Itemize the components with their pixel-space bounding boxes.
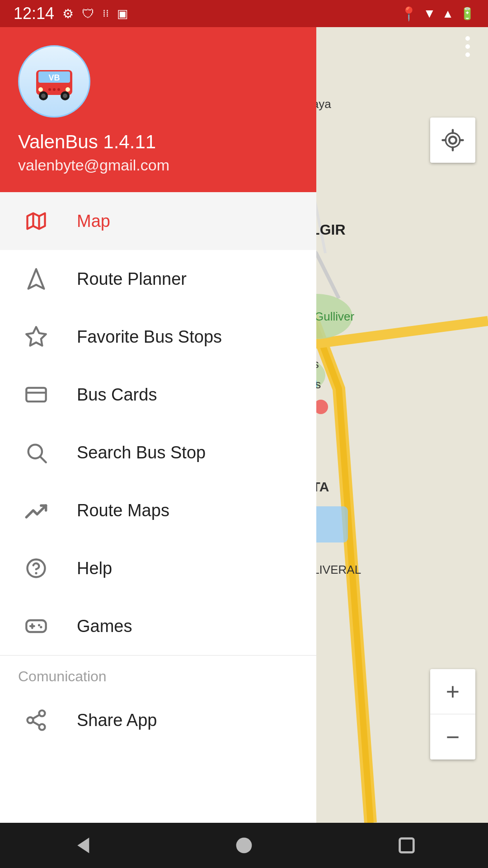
battery-status-icon: 🔋 xyxy=(460,7,474,21)
svg-rect-25 xyxy=(26,388,46,401)
bus-logo-icon: VB xyxy=(27,54,81,108)
svg-point-15 xyxy=(41,94,46,98)
signal-status-icon: ▲ xyxy=(442,7,454,21)
sidebar-item-route-planner[interactable]: Route Planner xyxy=(0,250,316,308)
svg-rect-43 xyxy=(400,839,414,853)
svg-point-42 xyxy=(236,838,252,854)
svg-point-10 xyxy=(446,133,460,147)
sim-status-icon: ▣ xyxy=(117,7,128,21)
sidebar-item-route-maps[interactable]: Route Maps xyxy=(0,481,316,539)
home-icon xyxy=(232,834,256,857)
home-button[interactable] xyxy=(226,827,262,863)
more-options-button[interactable] xyxy=(461,32,474,61)
svg-marker-24 xyxy=(26,327,46,345)
status-left: 12:14 ⚙ 🛡 ⁞⁞ ▣ xyxy=(14,4,128,23)
map-label: Map xyxy=(77,212,110,231)
share-icon xyxy=(18,702,54,738)
svg-point-18 xyxy=(38,87,43,92)
svg-point-36 xyxy=(39,710,45,716)
games-label: Games xyxy=(77,617,132,636)
svg-point-22 xyxy=(57,88,60,91)
dots-status-icon: ⁞⁞ xyxy=(103,8,109,19)
dot2 xyxy=(465,44,470,49)
gamepad-icon xyxy=(18,608,54,644)
zoom-in-button[interactable]: + xyxy=(430,669,475,714)
favorite-bus-stops-label: Favorite Bus Stops xyxy=(77,327,222,347)
map-icon xyxy=(18,203,54,239)
sidebar-item-share-app[interactable]: Share App xyxy=(0,691,316,749)
route-maps-label: Route Maps xyxy=(77,501,169,520)
svg-point-34 xyxy=(38,624,40,626)
location-icon xyxy=(441,128,465,152)
comunication-section-label: Comunication xyxy=(0,656,316,691)
navigation-drawer: VB ValenBus 1.4.11 valenbyte@gmail.com xyxy=(0,27,316,823)
search-icon xyxy=(18,434,54,471)
recent-icon xyxy=(396,835,417,856)
recent-apps-button[interactable] xyxy=(389,827,425,863)
back-button[interactable] xyxy=(63,827,99,863)
drawer-header: VB ValenBus 1.4.11 valenbyte@gmail.com xyxy=(0,27,316,192)
svg-point-17 xyxy=(63,94,67,98)
app-logo: VB xyxy=(18,45,90,118)
app-name: ValenBus 1.4.11 xyxy=(18,131,298,153)
help-circle-icon xyxy=(18,550,54,586)
status-bar: 12:14 ⚙ 🛡 ⁞⁞ ▣ 📍 ▼ ▲ 🔋 xyxy=(0,0,488,27)
sidebar-item-games[interactable]: Games xyxy=(0,597,316,655)
star-icon xyxy=(18,319,54,355)
svg-point-19 xyxy=(66,87,70,92)
svg-line-28 xyxy=(40,457,46,462)
svg-point-9 xyxy=(449,137,456,144)
search-bus-stop-label: Search Bus Stop xyxy=(77,443,206,462)
bottom-navigation-bar xyxy=(0,823,488,868)
drawer-menu: Map Route Planner Favorite Bus Stops xyxy=(0,192,316,823)
app-email: valenbyte@gmail.com xyxy=(18,156,298,174)
svg-text:VB: VB xyxy=(48,73,60,82)
svg-marker-41 xyxy=(77,838,89,854)
location-status-icon: 📍 xyxy=(400,6,417,22)
my-location-button[interactable] xyxy=(430,118,475,163)
status-time: 12:14 xyxy=(14,4,54,23)
share-app-label: Share App xyxy=(77,711,157,730)
sidebar-item-bus-cards[interactable]: Bus Cards xyxy=(0,366,316,424)
navigation-icon xyxy=(18,261,54,297)
svg-point-37 xyxy=(28,717,33,723)
svg-line-39 xyxy=(33,722,40,726)
svg-point-20 xyxy=(48,88,51,91)
shield-status-icon: 🛡 xyxy=(82,6,94,21)
svg-point-21 xyxy=(53,88,56,91)
sidebar-item-help[interactable]: Help xyxy=(0,539,316,597)
trending-up-icon xyxy=(18,492,54,528)
dot3 xyxy=(465,52,470,57)
sidebar-item-favorite-bus-stops[interactable]: Favorite Bus Stops xyxy=(0,308,316,366)
sidebar-item-search-bus-stop[interactable]: Search Bus Stop xyxy=(0,424,316,481)
card-icon xyxy=(18,377,54,413)
route-planner-label: Route Planner xyxy=(77,269,187,289)
svg-point-38 xyxy=(39,724,45,730)
status-right: 📍 ▼ ▲ 🔋 xyxy=(400,6,474,22)
wifi-status-icon: ▼ xyxy=(423,6,436,21)
svg-line-40 xyxy=(33,715,40,719)
svg-point-35 xyxy=(40,626,42,628)
zoom-controls: + − xyxy=(430,669,475,760)
back-icon xyxy=(70,834,93,857)
svg-point-30 xyxy=(35,572,37,574)
bus-cards-label: Bus Cards xyxy=(77,385,157,405)
help-label: Help xyxy=(77,559,112,578)
sidebar-item-map[interactable]: Map xyxy=(0,192,316,250)
svg-marker-23 xyxy=(28,269,44,288)
settings-status-icon: ⚙ xyxy=(62,6,74,21)
dot1 xyxy=(465,36,470,41)
zoom-out-button[interactable]: − xyxy=(430,714,475,760)
